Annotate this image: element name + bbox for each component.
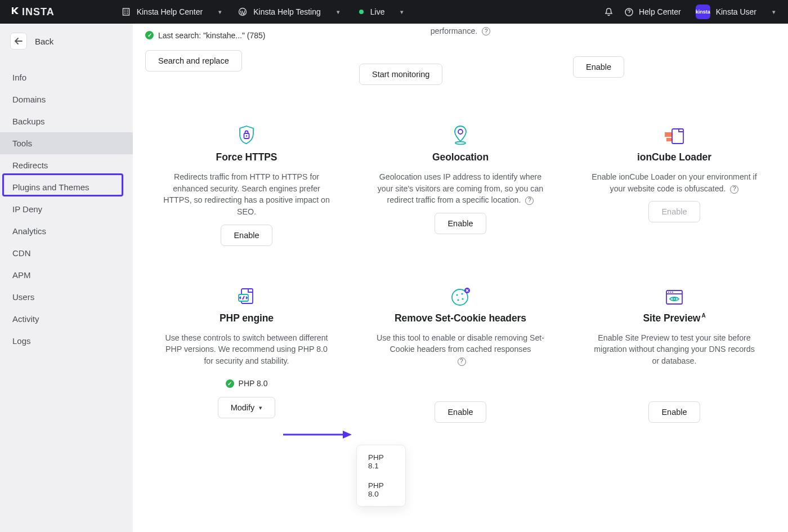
card-force-https: Force HTTPS Redirects traffic from HTTP … — [145, 120, 348, 245]
check-icon: ✓ — [226, 379, 234, 388]
sidebar-item-analytics[interactable]: Analytics — [0, 220, 133, 242]
topbar: INSTA Kinsta Help Center ▾ Kinsta Help T… — [0, 0, 788, 24]
help-icon[interactable]: ? — [482, 27, 490, 35]
sidebar-item-info[interactable]: Info — [0, 66, 133, 88]
sidebar-item-ipdeny[interactable]: IP Deny — [0, 198, 133, 220]
card-geolocation: Geolocation Geolocation uses IP address … — [359, 120, 562, 245]
svg-point-14 — [461, 293, 463, 294]
card-site-preview: Site PreviewA Enable Site Preview to tes… — [573, 281, 776, 423]
sidebar: Back Info Domains Backups Tools Redirect… — [0, 24, 133, 532]
help-icon — [624, 7, 634, 17]
svg-point-4 — [246, 135, 248, 137]
php-version-status: ✓ PHP 8.0 — [226, 379, 268, 388]
enable-ioncube-button[interactable]: Enable — [648, 201, 700, 222]
sidebar-item-tools[interactable]: Tools — [0, 132, 133, 154]
search-replace-button[interactable]: Search and replace — [145, 50, 242, 71]
sidebar-item-plugins[interactable]: Plugins and Themes — [0, 176, 133, 198]
svg-point-20 — [670, 292, 671, 293]
modify-php-button[interactable]: Modify▾ — [218, 397, 276, 418]
back-label: Back — [35, 37, 53, 46]
search-replace-status: ✓ Last search: "kinstahe..." (785) — [145, 31, 265, 40]
svg-marker-24 — [343, 431, 352, 439]
card-description: Use these controls to switch between dif… — [162, 332, 331, 367]
enable-force-https-button[interactable]: Enable — [221, 225, 272, 246]
card-description-fragment: your website. Use with care as it impact… — [359, 24, 562, 37]
company-dropdown[interactable]: Kinsta Help Center ▾ — [117, 3, 227, 20]
check-icon: ✓ — [145, 31, 154, 39]
start-monitoring-button[interactable]: Start monitoring — [359, 64, 442, 85]
enable-geolocation-button[interactable]: Enable — [435, 213, 486, 234]
wordpress-icon — [238, 7, 248, 17]
preview-icon — [663, 288, 686, 307]
chevron-down-icon: ▾ — [337, 8, 340, 16]
enable-site-preview-button[interactable]: Enable — [648, 401, 700, 423]
shield-lock-icon — [237, 124, 256, 146]
card-remove-setcookie: Remove Set-Cookie headers Use this tool … — [359, 281, 562, 423]
card-description: Geolocation uses IP address to identify … — [376, 171, 545, 206]
card-title: Remove Set-Cookie headers — [395, 312, 526, 324]
environment-dropdown[interactable]: Live ▾ — [355, 4, 409, 20]
card-title: PHP engine — [220, 312, 274, 324]
help-icon[interactable]: ? — [525, 196, 534, 205]
card-ioncube: ionCube Loader Enable ionCube Loader on … — [573, 120, 776, 245]
sidebar-item-backups[interactable]: Backups — [0, 110, 133, 132]
user-menu[interactable]: kinsta Kinsta User ▾ — [691, 1, 780, 23]
svg-point-21 — [672, 292, 673, 293]
enable-button[interactable]: Enable — [573, 56, 624, 78]
sidebar-item-cdn[interactable]: CDN — [0, 242, 133, 264]
svg-point-6 — [455, 142, 465, 145]
sidebar-item-activity[interactable]: Activity — [0, 308, 133, 330]
card-description: Use this tool to enable or disable remov… — [376, 332, 545, 367]
card-php-engine: PHP engine Use these controls to switch … — [145, 281, 348, 423]
svg-point-5 — [458, 129, 463, 134]
card-description-fragment: plan. — [145, 24, 163, 25]
svg-point-13 — [456, 294, 458, 296]
card-description: Enable ionCube Loader on your environmen… — [590, 171, 759, 194]
svg-point-19 — [668, 292, 669, 293]
avatar: kinsta — [696, 5, 710, 19]
enable-setcookie-button[interactable]: Enable — [435, 401, 486, 423]
ioncube-icon — [662, 126, 686, 146]
card-title: Force HTTPS — [216, 151, 277, 163]
cookie-icon — [450, 287, 471, 307]
help-center-label: Help Center — [639, 7, 681, 16]
site-dropdown[interactable]: Kinsta Help Testing ▾ — [233, 3, 344, 20]
card-monitoring: your website. Use with care as it impact… — [359, 24, 562, 85]
card-title: ionCube Loader — [637, 151, 711, 163]
back-button[interactable] — [10, 33, 27, 50]
php-option-8-1[interactable]: PHP 8.1 — [357, 448, 405, 476]
php-option-8-0[interactable]: PHP 8.0 — [357, 476, 405, 504]
svg-point-22 — [673, 297, 675, 299]
company-name: Kinsta Help Center — [137, 7, 203, 16]
sidebar-nav: Info Domains Backups Tools Redirects Plu… — [0, 66, 133, 352]
svg-rect-8 — [665, 132, 671, 137]
card-top-right: Enable — [573, 24, 776, 85]
svg-point-16 — [462, 298, 463, 299]
svg-point-15 — [457, 299, 459, 301]
card-title: Geolocation — [432, 151, 489, 163]
sidebar-item-users[interactable]: Users — [0, 286, 133, 308]
sidebar-item-apm[interactable]: APM — [0, 264, 133, 286]
map-pin-icon — [452, 124, 469, 146]
card-description: Redirects traffic from HTTP to HTTPS for… — [162, 171, 331, 217]
help-icon[interactable]: ? — [730, 185, 738, 194]
help-icon[interactable]: ? — [458, 357, 466, 366]
environment-label: Live — [370, 7, 385, 16]
svg-rect-0 — [123, 8, 129, 15]
sidebar-item-domains[interactable]: Domains — [0, 88, 133, 110]
chevron-down-icon: ▾ — [259, 404, 262, 412]
php-file-icon — [237, 287, 256, 307]
user-name: Kinsta User — [716, 7, 756, 16]
kinsta-logo[interactable]: INSTA — [10, 6, 55, 19]
modify-php-popover: PHP 8.1 PHP 8.0 — [356, 445, 406, 507]
chevron-down-icon: ▾ — [400, 8, 404, 16]
card-description: Enable Site Preview to test your site be… — [590, 332, 759, 367]
chevron-down-icon: ▾ — [218, 8, 222, 16]
sidebar-item-logs[interactable]: Logs — [0, 330, 133, 352]
bell-icon[interactable] — [604, 7, 614, 17]
live-status-dot — [359, 10, 364, 14]
main-content: plan. ✓ Last search: "kinstahe..." (785)… — [133, 24, 788, 532]
help-center-link[interactable]: Help Center — [624, 7, 681, 17]
card-search-replace: plan. ✓ Last search: "kinstahe..." (785)… — [145, 24, 348, 85]
sidebar-item-redirects[interactable]: Redirects — [0, 154, 133, 176]
